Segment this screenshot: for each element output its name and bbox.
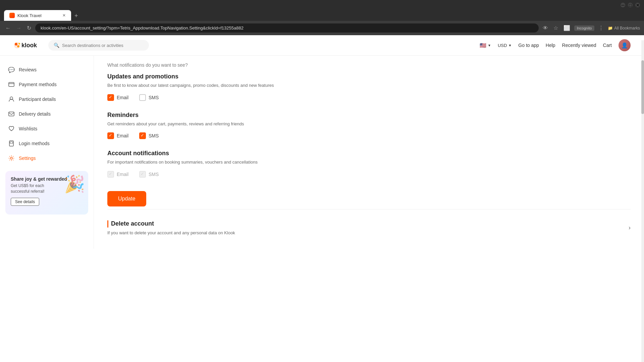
cart-link[interactable]: Cart — [603, 43, 612, 48]
klook-logo-svg: klook — [13, 40, 40, 50]
account-notifications-title: Account notifications — [107, 150, 631, 157]
reminders-checkboxes: Email SMS — [107, 132, 631, 139]
reminders-title: Reminders — [107, 112, 631, 119]
reminders-email-checkbox-label[interactable]: Email — [107, 132, 128, 139]
reminders-section: Reminders Get reminders about your cart,… — [107, 112, 631, 139]
reviews-icon: 💬 — [8, 66, 15, 73]
participant-icon — [8, 96, 15, 103]
svg-point-3 — [18, 43, 20, 45]
reminders-sms-checkbox[interactable] — [139, 132, 146, 139]
updates-promotions-section: Updates and promotions Be first to know … — [107, 73, 631, 101]
updates-email-checkbox-label[interactable]: Email — [107, 94, 128, 101]
sidebar-item-settings[interactable]: Settings — [0, 151, 94, 166]
settings-icon — [8, 155, 15, 162]
search-bar[interactable]: 🔍 — [48, 40, 149, 51]
browser-tabs: Klook Travel ✕ + — [0, 10, 644, 21]
wishlist-icon — [8, 125, 15, 132]
back-button[interactable]: ← — [4, 24, 12, 33]
bookmarks-label: All Bookmarks — [614, 26, 640, 31]
window-maximize-button[interactable]: □ — [628, 3, 633, 7]
account-email-label: Email — [117, 172, 128, 177]
reload-button[interactable]: ↻ — [25, 23, 33, 33]
new-tab-button[interactable]: + — [72, 11, 81, 21]
tab-title: Klook Travel — [17, 13, 42, 18]
svg-rect-10 — [10, 142, 13, 143]
account-notifications-checkboxes: Email SMS — [107, 171, 631, 178]
delete-account-row[interactable]: Delete account If you want to delete you… — [107, 220, 631, 235]
header-right: 🇺🇸 ▼ USD ▼ Go to app Help Recently viewe… — [480, 39, 631, 51]
currency-selector[interactable]: USD ▼ — [498, 43, 512, 48]
reminders-email-checkbox[interactable] — [107, 132, 114, 139]
updates-sms-checkbox-label[interactable]: SMS — [139, 94, 159, 101]
browser-titlebar: ─ □ ✕ — [0, 0, 644, 10]
tab-close-button[interactable]: ✕ — [62, 13, 66, 18]
sidebar-item-payment-methods[interactable]: Payment methods — [0, 77, 94, 92]
menu-icon[interactable]: ⋮ — [597, 23, 605, 33]
see-details-button[interactable]: See details — [11, 198, 39, 206]
notifications-hint: What notifications do you want to see? — [107, 56, 631, 73]
tab-favicon — [9, 13, 15, 18]
svg-point-2 — [17, 45, 19, 47]
recently-viewed-link[interactable]: Recently viewed — [562, 43, 596, 48]
login-methods-icon — [8, 140, 15, 147]
account-notifications-section: Account notifications For important noti… — [107, 150, 631, 178]
sidebar-item-delivery-details[interactable]: Delivery details — [0, 107, 94, 121]
sidebar-item-login-methods[interactable]: Login methods — [0, 136, 94, 151]
sidebar-item-wishlists[interactable]: Wishlists — [0, 121, 94, 136]
sidebar-item-label-delivery: Delivery details — [19, 111, 51, 117]
updates-promotions-desc: Be first to know about our latest campai… — [107, 82, 631, 89]
language-selector[interactable]: 🇺🇸 ▼ — [480, 42, 491, 49]
account-sms-checkbox-label: SMS — [139, 171, 159, 178]
sidebar-item-label-participant: Participant details — [19, 97, 56, 102]
delivery-icon — [8, 111, 15, 117]
chevron-down-icon: ▼ — [488, 44, 491, 47]
sidebar-item-reviews[interactable]: 💬 Reviews — [0, 62, 94, 77]
active-tab[interactable]: Klook Travel ✕ — [4, 10, 71, 21]
page: klook 🔍 🇺🇸 ▼ USD ▼ Go to app Help Recent… — [0, 35, 644, 357]
account-email-checkbox — [107, 171, 114, 178]
banner-decoration: 🎉 — [64, 174, 85, 194]
go-to-app-link[interactable]: Go to app — [518, 43, 539, 48]
window-minimize-button[interactable]: ─ — [621, 3, 625, 7]
search-icon: 🔍 — [54, 43, 59, 48]
svg-rect-5 — [9, 82, 14, 86]
sidebar-item-label-settings: Settings — [19, 156, 36, 161]
sidebar-item-label-wishlists: Wishlists — [19, 126, 37, 131]
svg-point-11 — [10, 157, 12, 159]
eye-icon[interactable]: 👁 — [541, 24, 549, 33]
reminders-desc: Get reminders about your cart, payments,… — [107, 121, 631, 127]
updates-promotions-checkboxes: Email SMS — [107, 94, 631, 101]
payment-icon — [8, 81, 15, 88]
bookmarks-icon: 📁 — [608, 26, 613, 31]
delete-account-desc: If you want to delete your account and a… — [107, 230, 235, 235]
sidebar-item-label-reviews: Reviews — [19, 67, 37, 72]
search-input[interactable] — [62, 43, 144, 48]
updates-email-label: Email — [117, 95, 128, 100]
all-bookmarks[interactable]: 📁 All Bookmarks — [608, 26, 640, 31]
sidebar-item-participant-details[interactable]: Participant details — [0, 92, 94, 107]
forward-button[interactable]: → — [15, 24, 23, 33]
updates-sms-label: SMS — [149, 95, 159, 100]
update-button[interactable]: Update — [107, 191, 146, 206]
account-email-checkbox-label: Email — [107, 171, 128, 178]
user-avatar[interactable]: 👤 — [619, 39, 631, 51]
reminders-sms-checkbox-label[interactable]: SMS — [139, 132, 159, 139]
address-bar[interactable] — [35, 23, 539, 33]
reminders-email-label: Email — [117, 133, 128, 138]
currency-chevron-icon: ▼ — [508, 44, 512, 47]
scrollbar-track[interactable] — [641, 40, 644, 357]
delete-account-section: Delete account If you want to delete you… — [107, 209, 631, 235]
window-close-button[interactable]: ✕ — [635, 3, 640, 7]
updates-email-checkbox[interactable] — [107, 94, 114, 101]
klook-logo[interactable]: klook — [13, 40, 40, 50]
help-link[interactable]: Help — [546, 43, 555, 48]
scrollbar-thumb[interactable] — [641, 60, 644, 114]
star-icon[interactable]: ☆ — [552, 23, 559, 33]
flag-icon: 🇺🇸 — [480, 42, 486, 49]
svg-text:klook: klook — [21, 42, 37, 49]
sidebar-item-label-login: Login methods — [19, 141, 50, 146]
profile-icon[interactable]: ⬜ — [562, 23, 572, 33]
sidebar-item-label-payment: Payment methods — [19, 82, 57, 87]
updates-sms-checkbox[interactable] — [139, 94, 146, 101]
account-sms-label: SMS — [149, 172, 159, 177]
